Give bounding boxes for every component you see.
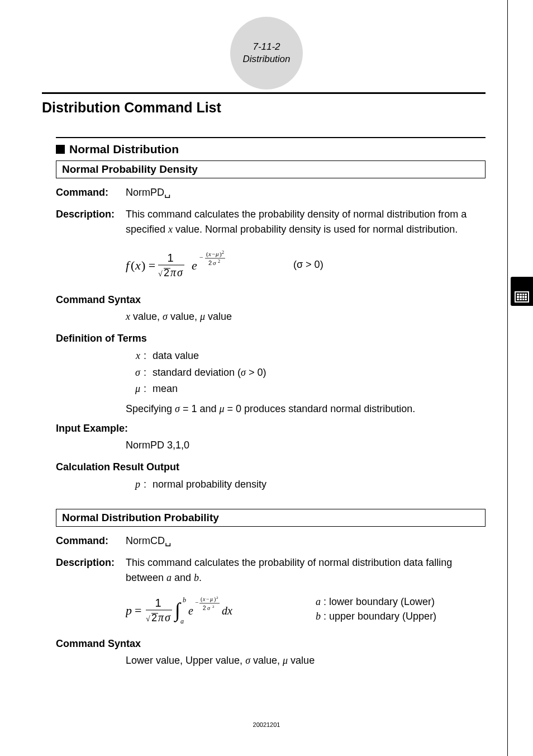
desc-var-x: x xyxy=(168,224,173,235)
svg-text:π: π xyxy=(170,266,177,278)
svg-text:π: π xyxy=(158,611,164,623)
input-example-heading: Input Example: xyxy=(56,423,486,434)
command-value: NormPD␣ xyxy=(126,185,486,200)
formula-ndp-svg: p = 1 √ 2 π σ ∫ b a e − ( x − μ ) 2 2 σ … xyxy=(126,592,265,627)
desc-ndp-a: a xyxy=(166,572,172,583)
section-heading-normal: Normal Distribution xyxy=(56,143,486,156)
svg-text:σ: σ xyxy=(207,605,211,611)
command-row-npd: Command: NormPD␣ xyxy=(56,185,486,200)
svg-text:μ: μ xyxy=(210,596,213,602)
svg-text:e: e xyxy=(188,604,193,617)
output-heading: Calculation Result Output xyxy=(56,461,486,473)
description-row-ndp: Description: This command calculates the… xyxy=(56,555,486,585)
footer-number: 20021201 xyxy=(253,721,280,728)
box-heading-ndp: Normal Distribution Probability xyxy=(56,509,486,527)
std-normal-note: Specifying σ = 1 and μ = 0 produces stan… xyxy=(126,403,486,415)
svg-text:b: b xyxy=(183,596,186,604)
boundary-a-sym: a xyxy=(316,596,321,607)
term-x: x : data value xyxy=(126,348,486,365)
formula-npd-svg: f ( x ) = 1 √ 2 π σ e − ( x − μ ) 2 2 σ … xyxy=(126,247,260,282)
svg-text:a: a xyxy=(180,617,184,625)
section-rule xyxy=(56,137,486,138)
svg-text:√: √ xyxy=(146,615,150,623)
svg-text:σ: σ xyxy=(213,259,216,266)
command-value-ndp: NormCD␣ xyxy=(126,533,486,549)
svg-text:2: 2 xyxy=(222,250,224,255)
boundary-b: b : upper boundary (Upper) xyxy=(316,609,436,623)
output-p: p : normal probability density xyxy=(126,476,486,493)
svg-text:2: 2 xyxy=(164,267,169,278)
description-label: Description: xyxy=(56,207,126,237)
svg-text:dx: dx xyxy=(222,604,232,617)
terms-list: x : data value σ : standard deviation (σ… xyxy=(126,348,486,398)
formula-ndp: p = 1 √ 2 π σ ∫ b a e − ( x − μ ) 2 2 σ … xyxy=(126,592,486,627)
svg-text:2: 2 xyxy=(212,604,215,609)
svg-text:f: f xyxy=(126,258,131,272)
svg-text:(: ( xyxy=(131,258,135,272)
svg-text:2: 2 xyxy=(151,612,157,623)
svg-text:x: x xyxy=(135,258,141,272)
command-row-ndp: Command: NormCD␣ xyxy=(56,533,486,549)
desc-post: value. Normal probability density is use… xyxy=(173,224,458,235)
desc-ndp-and: and xyxy=(172,572,194,583)
description-value-ndp: This command calculates the probability … xyxy=(126,555,486,585)
boundary-a: a : lower boundary (Lower) xyxy=(316,595,436,609)
term-mu-val: mean xyxy=(153,381,178,398)
terms-heading: Definition of Terms xyxy=(56,333,486,344)
svg-text:−: − xyxy=(195,599,198,606)
term-sigma-val: standard deviation (σ > 0) xyxy=(153,365,266,381)
term-x-sym: x xyxy=(126,348,144,365)
svg-text:x: x xyxy=(208,251,211,257)
page-content: Distribution Command List Normal Distrib… xyxy=(42,92,486,672)
boundary-notes: a : lower boundary (Lower) b : upper bou… xyxy=(316,595,436,623)
svg-text:2: 2 xyxy=(203,605,206,611)
svg-text:p: p xyxy=(126,603,132,617)
svg-text:) =: ) = xyxy=(141,258,155,272)
svg-text:√: √ xyxy=(158,270,163,278)
svg-text:=: = xyxy=(135,603,141,617)
svg-text:−: − xyxy=(199,253,203,261)
syntax-heading-npd: Command Syntax xyxy=(56,294,486,306)
header-section-name: Distribution xyxy=(242,53,290,65)
formula-npd: f ( x ) = 1 √ 2 π σ e − ( x − μ ) 2 2 σ … xyxy=(126,247,486,282)
syntax-heading-ndp: Command Syntax xyxy=(56,638,486,650)
page-header-badge: 7-11-2 Distribution xyxy=(230,17,303,89)
command-label-ndp: Command: xyxy=(56,533,126,549)
boundary-a-text: : lower boundary (Lower) xyxy=(321,596,435,607)
term-mu: μ : mean xyxy=(126,381,486,398)
svg-text:x: x xyxy=(202,596,206,602)
box-heading-npd: Normal Probability Density xyxy=(56,160,486,178)
svg-text:): ) xyxy=(214,596,216,603)
svg-text:μ: μ xyxy=(215,251,219,257)
square-bullet-icon xyxy=(56,145,65,154)
term-sigma-sym: σ xyxy=(126,365,144,381)
svg-text:−: − xyxy=(206,596,210,602)
svg-text:2: 2 xyxy=(218,259,220,264)
desc-ndp-b: b xyxy=(194,572,199,583)
term-sigma: σ : standard deviation (σ > 0) xyxy=(126,365,486,381)
page-right-border xyxy=(507,0,508,756)
svg-text:2: 2 xyxy=(208,259,212,266)
term-mu-sym: μ xyxy=(126,381,144,398)
input-example-value: NormPD 3,1,0 xyxy=(126,438,486,453)
syntax-value-ndp: Lower value, Upper value, σ value, μ val… xyxy=(126,653,486,669)
syntax-value-npd: x value, σ value, μ value xyxy=(126,309,486,325)
description-row-npd: Description: This command calculates the… xyxy=(56,207,486,237)
command-label: Command: xyxy=(56,185,126,200)
svg-text:1: 1 xyxy=(155,597,161,609)
output-list: p : normal probability density xyxy=(126,476,486,493)
header-section-num: 7-11-2 xyxy=(253,41,280,53)
boundary-b-text: : upper boundary (Upper) xyxy=(321,611,436,622)
svg-text:e: e xyxy=(192,258,197,272)
output-p-val: normal probability density xyxy=(153,476,266,493)
svg-text:2: 2 xyxy=(216,596,218,600)
output-p-sym: p xyxy=(126,476,144,493)
boundary-b-sym: b xyxy=(316,611,321,622)
term-x-val: data value xyxy=(153,348,199,365)
description-label-ndp: Description: xyxy=(56,555,126,585)
svg-text:−: − xyxy=(212,251,215,257)
section-heading-text: Normal Distribution xyxy=(69,143,179,155)
svg-text:σ: σ xyxy=(165,611,171,623)
sigma-condition: (σ > 0) xyxy=(293,259,323,271)
calculator-side-icon xyxy=(511,277,533,306)
